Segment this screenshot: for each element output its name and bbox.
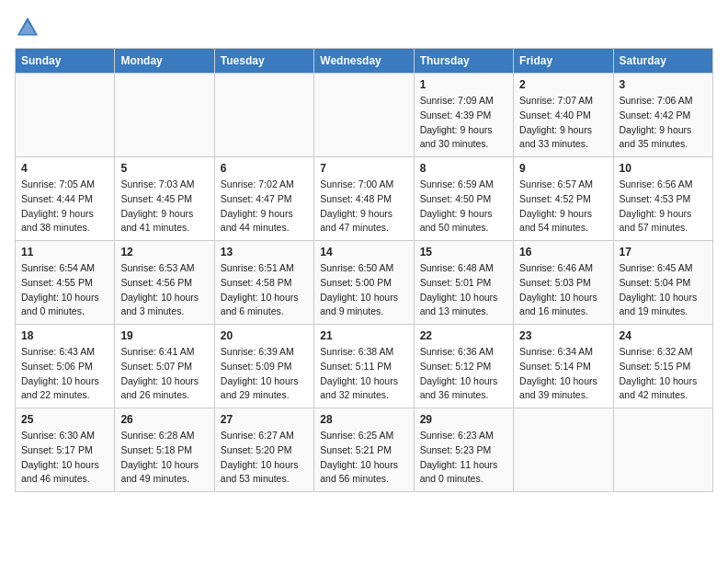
calendar-header-row: SundayMondayTuesdayWednesdayThursdayFrid…: [16, 49, 713, 74]
calendar-cell: 3Sunrise: 7:06 AMSunset: 4:42 PMDaylight…: [613, 74, 712, 157]
weekday-header: Thursday: [414, 49, 513, 74]
day-detail: Sunrise: 6:51 AMSunset: 4:58 PMDaylight:…: [221, 261, 308, 319]
calendar-cell: [115, 74, 214, 157]
day-number: 6: [221, 162, 308, 175]
day-detail: Sunrise: 6:57 AMSunset: 4:52 PMDaylight:…: [519, 178, 607, 236]
calendar-cell: 13Sunrise: 6:51 AMSunset: 4:58 PMDayligh…: [214, 241, 313, 325]
calendar-cell: 9Sunrise: 6:57 AMSunset: 4:52 PMDaylight…: [514, 157, 613, 241]
day-detail: Sunrise: 6:46 AMSunset: 5:03 PMDaylight:…: [519, 261, 607, 319]
day-number: 16: [519, 246, 607, 259]
weekday-header: Wednesday: [314, 49, 414, 74]
day-number: 3: [620, 78, 707, 91]
day-number: 15: [420, 246, 507, 259]
day-number: 14: [320, 246, 407, 259]
day-number: 23: [519, 329, 607, 342]
day-number: 18: [21, 329, 108, 342]
calendar-cell: 28Sunrise: 6:25 AMSunset: 5:21 PMDayligh…: [314, 408, 414, 492]
day-detail: Sunrise: 6:28 AMSunset: 5:18 PMDaylight:…: [120, 429, 208, 487]
calendar-cell: 1Sunrise: 7:09 AMSunset: 4:39 PMDaylight…: [414, 74, 513, 157]
calendar-cell: 17Sunrise: 6:45 AMSunset: 5:04 PMDayligh…: [613, 241, 712, 325]
calendar-cell: 29Sunrise: 6:23 AMSunset: 5:23 PMDayligh…: [414, 408, 513, 492]
calendar-cell: 5Sunrise: 7:03 AMSunset: 4:45 PMDaylight…: [115, 157, 214, 241]
day-number: 4: [21, 162, 108, 175]
calendar-cell: 4Sunrise: 7:05 AMSunset: 4:44 PMDaylight…: [16, 157, 115, 241]
day-number: 17: [620, 246, 707, 259]
calendar-cell: 18Sunrise: 6:43 AMSunset: 5:06 PMDayligh…: [16, 325, 115, 408]
day-detail: Sunrise: 6:59 AMSunset: 4:50 PMDaylight:…: [420, 178, 507, 236]
day-number: 7: [320, 162, 407, 175]
day-detail: Sunrise: 6:53 AMSunset: 4:56 PMDaylight:…: [120, 261, 208, 319]
weekday-header: Sunday: [16, 49, 115, 74]
calendar-cell: 24Sunrise: 6:32 AMSunset: 5:15 PMDayligh…: [613, 325, 712, 408]
weekday-header: Friday: [514, 49, 613, 74]
logo-icon: [15, 15, 40, 40]
calendar-cell: [314, 74, 414, 157]
day-detail: Sunrise: 7:07 AMSunset: 4:40 PMDaylight:…: [519, 94, 607, 152]
calendar-cell: 6Sunrise: 7:02 AMSunset: 4:47 PMDaylight…: [214, 157, 313, 241]
day-number: 29: [420, 413, 507, 426]
calendar-cell: [514, 408, 613, 492]
day-number: 27: [221, 413, 308, 426]
day-number: 26: [120, 413, 208, 426]
calendar-week-row: 25Sunrise: 6:30 AMSunset: 5:17 PMDayligh…: [16, 408, 713, 492]
calendar-cell: 16Sunrise: 6:46 AMSunset: 5:03 PMDayligh…: [514, 241, 613, 325]
calendar-cell: 14Sunrise: 6:50 AMSunset: 5:00 PMDayligh…: [314, 241, 414, 325]
day-detail: Sunrise: 6:38 AMSunset: 5:11 PMDaylight:…: [320, 345, 407, 403]
day-number: 1: [420, 78, 507, 91]
calendar-cell: [613, 408, 712, 492]
day-number: 24: [620, 329, 707, 342]
calendar-cell: 27Sunrise: 6:27 AMSunset: 5:20 PMDayligh…: [214, 408, 313, 492]
day-detail: Sunrise: 6:23 AMSunset: 5:23 PMDaylight:…: [420, 429, 507, 487]
calendar-cell: 11Sunrise: 6:54 AMSunset: 4:55 PMDayligh…: [16, 241, 115, 325]
weekday-header: Saturday: [613, 49, 712, 74]
day-number: 10: [620, 162, 707, 175]
calendar-cell: [214, 74, 313, 157]
day-detail: Sunrise: 6:34 AMSunset: 5:14 PMDaylight:…: [519, 345, 607, 403]
day-detail: Sunrise: 6:48 AMSunset: 5:01 PMDaylight:…: [420, 261, 507, 319]
day-detail: Sunrise: 6:41 AMSunset: 5:07 PMDaylight:…: [120, 345, 208, 403]
day-detail: Sunrise: 7:02 AMSunset: 4:47 PMDaylight:…: [221, 178, 308, 236]
logo: [15, 15, 44, 40]
calendar-cell: [16, 74, 115, 157]
day-detail: Sunrise: 7:05 AMSunset: 4:44 PMDaylight:…: [21, 178, 108, 236]
day-detail: Sunrise: 6:45 AMSunset: 5:04 PMDaylight:…: [620, 261, 707, 319]
day-detail: Sunrise: 6:54 AMSunset: 4:55 PMDaylight:…: [21, 261, 108, 319]
calendar-week-row: 11Sunrise: 6:54 AMSunset: 4:55 PMDayligh…: [16, 241, 713, 325]
day-number: 9: [519, 162, 607, 175]
day-detail: Sunrise: 6:27 AMSunset: 5:20 PMDaylight:…: [221, 429, 308, 487]
day-detail: Sunrise: 6:36 AMSunset: 5:12 PMDaylight:…: [420, 345, 507, 403]
day-number: 5: [120, 162, 208, 175]
calendar-cell: 2Sunrise: 7:07 AMSunset: 4:40 PMDaylight…: [514, 74, 613, 157]
day-detail: Sunrise: 7:00 AMSunset: 4:48 PMDaylight:…: [320, 178, 407, 236]
calendar-week-row: 4Sunrise: 7:05 AMSunset: 4:44 PMDaylight…: [16, 157, 713, 241]
day-detail: Sunrise: 6:30 AMSunset: 5:17 PMDaylight:…: [21, 429, 108, 487]
calendar-cell: 15Sunrise: 6:48 AMSunset: 5:01 PMDayligh…: [414, 241, 513, 325]
calendar-cell: 25Sunrise: 6:30 AMSunset: 5:17 PMDayligh…: [16, 408, 115, 492]
day-detail: Sunrise: 6:25 AMSunset: 5:21 PMDaylight:…: [320, 429, 407, 487]
calendar-cell: 21Sunrise: 6:38 AMSunset: 5:11 PMDayligh…: [314, 325, 414, 408]
calendar-cell: 23Sunrise: 6:34 AMSunset: 5:14 PMDayligh…: [514, 325, 613, 408]
calendar-week-row: 1Sunrise: 7:09 AMSunset: 4:39 PMDaylight…: [16, 74, 713, 157]
day-number: 20: [221, 329, 308, 342]
day-number: 19: [120, 329, 208, 342]
calendar-cell: 10Sunrise: 6:56 AMSunset: 4:53 PMDayligh…: [613, 157, 712, 241]
day-number: 25: [21, 413, 108, 426]
day-number: 28: [320, 413, 407, 426]
calendar-cell: 12Sunrise: 6:53 AMSunset: 4:56 PMDayligh…: [115, 241, 214, 325]
page-header: [15, 15, 713, 40]
day-detail: Sunrise: 7:06 AMSunset: 4:42 PMDaylight:…: [620, 94, 707, 152]
day-number: 13: [221, 246, 308, 259]
calendar-cell: 19Sunrise: 6:41 AMSunset: 5:07 PMDayligh…: [115, 325, 214, 408]
weekday-header: Tuesday: [214, 49, 313, 74]
calendar-cell: 22Sunrise: 6:36 AMSunset: 5:12 PMDayligh…: [414, 325, 513, 408]
calendar-cell: 20Sunrise: 6:39 AMSunset: 5:09 PMDayligh…: [214, 325, 313, 408]
day-detail: Sunrise: 6:56 AMSunset: 4:53 PMDaylight:…: [620, 178, 707, 236]
day-number: 8: [420, 162, 507, 175]
day-number: 22: [420, 329, 507, 342]
day-number: 2: [519, 78, 607, 91]
calendar-cell: 26Sunrise: 6:28 AMSunset: 5:18 PMDayligh…: [115, 408, 214, 492]
calendar-cell: 7Sunrise: 7:00 AMSunset: 4:48 PMDaylight…: [314, 157, 414, 241]
day-detail: Sunrise: 6:32 AMSunset: 5:15 PMDaylight:…: [620, 345, 707, 403]
day-detail: Sunrise: 7:09 AMSunset: 4:39 PMDaylight:…: [420, 94, 507, 152]
weekday-header: Monday: [115, 49, 214, 74]
